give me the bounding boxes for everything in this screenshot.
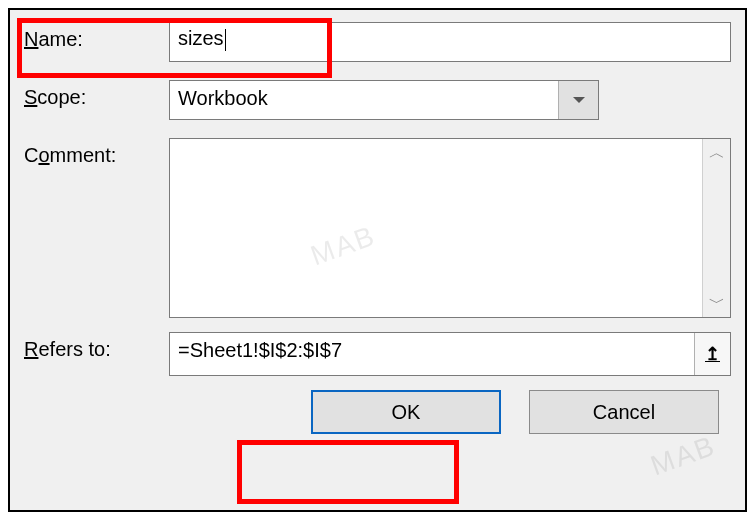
scope-value: Workbook	[170, 81, 558, 119]
scope-row: Scope: Workbook	[24, 80, 731, 120]
cancel-button[interactable]: Cancel	[529, 390, 719, 434]
name-input[interactable]: sizes	[169, 22, 731, 62]
refers-row: Refers to: =Sheet1!$I$2:$I$7 ↥	[24, 332, 731, 376]
dialog-buttons: OK Cancel	[24, 390, 731, 434]
comment-scrollbar[interactable]: ︿ ﹀	[702, 139, 730, 317]
refers-label: Refers to:	[24, 332, 169, 361]
comment-textarea[interactable]: ︿ ﹀	[169, 138, 731, 318]
scroll-down-icon: ﹀	[709, 295, 725, 311]
watermark: MAB	[647, 430, 721, 483]
scope-dropdown-button[interactable]	[558, 81, 598, 119]
refers-input[interactable]: =Sheet1!$I$2:$I$7 ↥	[169, 332, 731, 376]
name-label: Name:	[24, 22, 169, 51]
collapse-dialog-button[interactable]: ↥	[694, 333, 730, 375]
highlight-ok	[237, 440, 459, 504]
scope-label: Scope:	[24, 80, 169, 109]
scope-select[interactable]: Workbook	[169, 80, 599, 120]
text-caret	[225, 29, 226, 51]
ok-button[interactable]: OK	[311, 390, 501, 434]
name-row: Name: sizes	[24, 22, 731, 62]
chevron-down-icon	[573, 97, 585, 103]
collapse-icon: ↥	[705, 343, 720, 365]
comment-row: Comment: ︿ ﹀	[24, 138, 731, 318]
new-name-dialog: Name: sizes Scope: Workbook Comment:	[8, 8, 747, 512]
scroll-up-icon: ︿	[709, 145, 725, 161]
comment-label: Comment:	[24, 138, 169, 167]
